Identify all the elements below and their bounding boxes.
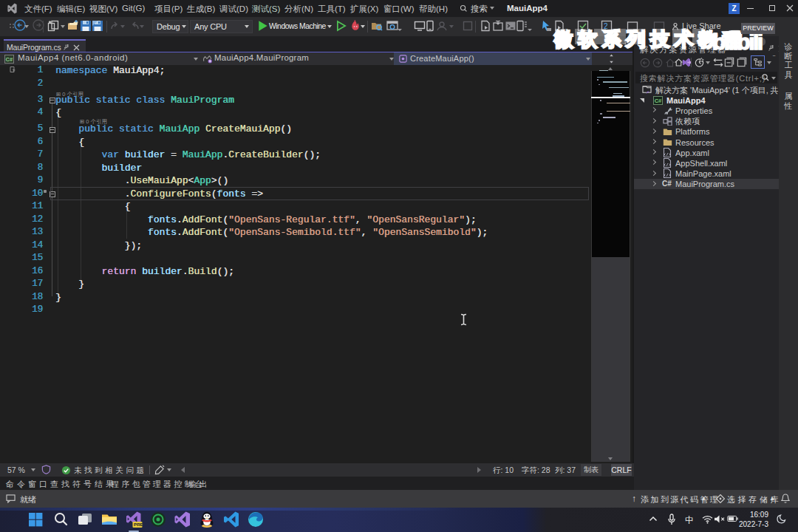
svg-text:PRE: PRE: [134, 522, 143, 527]
